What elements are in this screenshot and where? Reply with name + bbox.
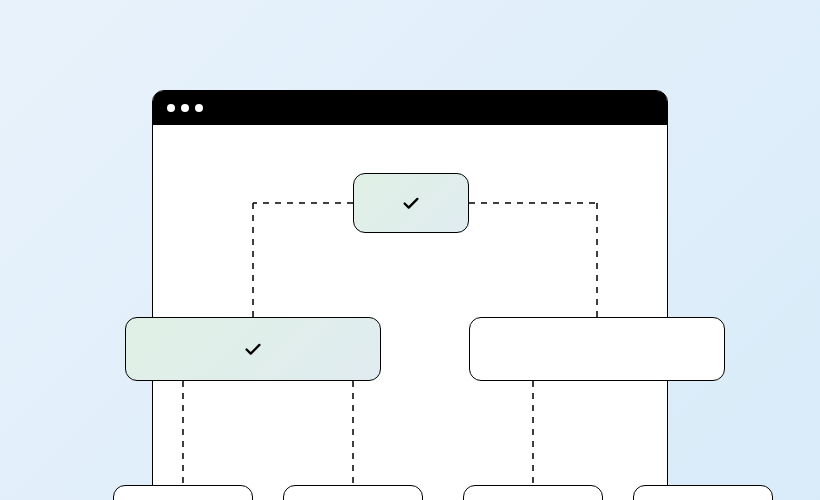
- tree-node-right: [469, 317, 725, 381]
- check-icon: [400, 192, 422, 214]
- tree-node-root: [353, 173, 469, 233]
- tree-node-right-right: [633, 485, 773, 500]
- browser-window: [152, 90, 668, 500]
- tree-node-right-left: [463, 485, 603, 500]
- window-control-dot: [181, 104, 189, 112]
- diagram-canvas: [153, 125, 667, 500]
- tree-node-left: [125, 317, 381, 381]
- check-icon: [242, 338, 264, 360]
- window-control-dot: [167, 104, 175, 112]
- title-bar: [153, 91, 667, 125]
- window-control-dot: [195, 104, 203, 112]
- tree-node-left-left: [113, 485, 253, 500]
- tree-node-left-right: [283, 485, 423, 500]
